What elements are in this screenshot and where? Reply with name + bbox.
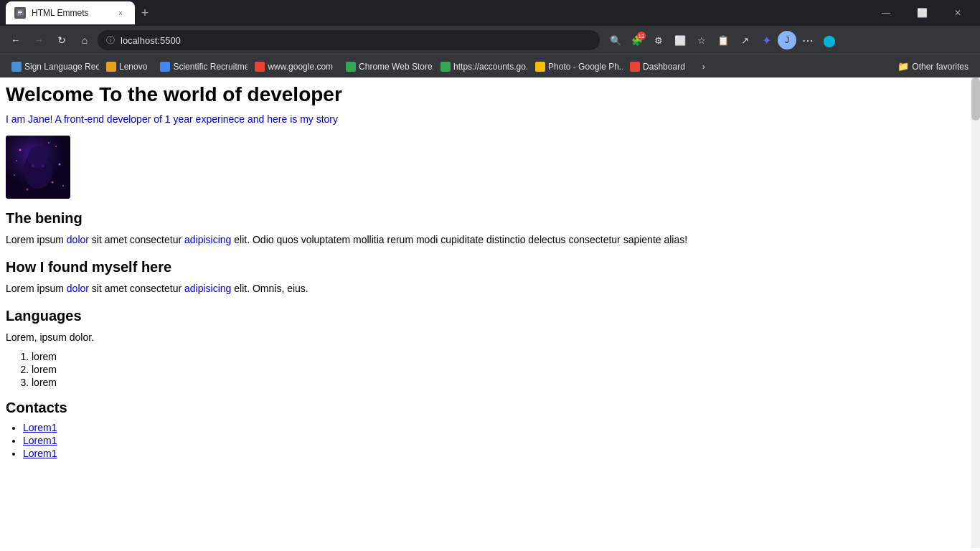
other-favorites-label: Other favorites xyxy=(912,62,969,72)
favorites-icon[interactable]: ☆ xyxy=(692,30,712,50)
list-item: Lorem1 xyxy=(23,435,966,446)
tab-title: HTML Emmets xyxy=(32,8,109,18)
tab-close-button[interactable]: × xyxy=(115,7,126,19)
bookmark-label: Photo - Google Ph... xyxy=(548,62,623,72)
share-icon[interactable]: ↗ xyxy=(735,30,755,50)
bookmarks-more-chevron[interactable]: › xyxy=(694,57,714,77)
section2-link2: adipisicing xyxy=(184,283,231,294)
bookmark-favicon xyxy=(630,62,640,72)
bookmark-chrome-store[interactable]: Chrome Web Store... xyxy=(340,60,433,73)
list-item: lorem xyxy=(32,351,966,362)
section1-link1: dolor xyxy=(67,234,89,245)
section3-intro: Lorem, ipsum dolor. xyxy=(6,330,966,345)
svg-point-17 xyxy=(42,164,44,167)
contact-link[interactable]: Lorem1 xyxy=(23,435,57,446)
bookmark-dashboard[interactable]: Dashboard xyxy=(624,60,691,73)
bookmark-label: Dashboard xyxy=(643,62,685,72)
section1-heading: The bening xyxy=(6,210,966,227)
svg-point-16 xyxy=(32,164,34,167)
contact-link[interactable]: Lorem1 xyxy=(23,448,57,459)
svg-point-7 xyxy=(19,149,22,151)
bookmark-label: Lenovo xyxy=(119,62,147,72)
svg-point-8 xyxy=(55,146,57,147)
profile-avatar[interactable]: J xyxy=(778,31,796,50)
bookmark-photos[interactable]: Photo - Google Ph... xyxy=(529,60,623,73)
section2-heading: How I found myself here xyxy=(6,259,966,276)
bookmark-favicon xyxy=(346,62,356,72)
section2-link1: dolor xyxy=(67,283,89,294)
split-screen-icon[interactable]: ⬜ xyxy=(670,30,690,50)
collections-icon[interactable]: 📋 xyxy=(713,30,733,50)
active-tab[interactable]: HTML Emmets × xyxy=(6,1,135,24)
tab-favicon xyxy=(14,7,26,19)
svg-point-13 xyxy=(48,142,50,143)
bookmark-favicon xyxy=(255,62,265,72)
list-item: lorem xyxy=(32,377,966,388)
svg-point-9 xyxy=(59,164,61,166)
bookmark-favicon xyxy=(106,62,116,72)
back-button[interactable]: ← xyxy=(6,30,26,50)
bookmark-favicon xyxy=(440,62,451,72)
extensions-manage-icon[interactable]: ⚙ xyxy=(649,30,669,50)
bookmark-favicon xyxy=(535,62,545,72)
security-icon: ⓘ xyxy=(106,34,115,47)
extension-badge: 12 xyxy=(637,32,646,40)
bookmarks-bar: Sign Language Rec... Lenovo Scientific R… xyxy=(0,55,980,77)
extensions-icon[interactable]: 🧩 12 xyxy=(627,30,647,50)
browser-window: HTML Emmets × + — ⬜ ✕ ← → ↻ ⌂ ⓘ localhos… xyxy=(0,0,980,548)
bookmark-label: www.google.com xyxy=(268,62,333,72)
list-item: Lorem1 xyxy=(23,422,966,433)
bookmark-favicon xyxy=(160,62,170,72)
page-content: Welcome To the world of developer I am J… xyxy=(0,77,971,548)
svg-point-10 xyxy=(14,174,15,176)
nav-icons: 🔍 🧩 12 ⚙ ⬜ ☆ 📋 ↗ ✦ J ⋯ ⬤ xyxy=(606,30,839,50)
list-item: lorem xyxy=(32,364,966,375)
svg-rect-2 xyxy=(18,12,22,13)
address-text: localhost:5500 xyxy=(121,35,181,46)
bookmark-label: Chrome Web Store... xyxy=(359,62,433,72)
section2-text: Lorem ipsum dolor sit amet consectetur a… xyxy=(6,281,966,296)
section4-heading: Contacts xyxy=(6,400,966,416)
browser-content: Welcome To the world of developer I am J… xyxy=(0,77,980,548)
scrollbar[interactable] xyxy=(971,77,980,548)
list-item: Lorem1 xyxy=(23,448,966,459)
home-button[interactable]: ⌂ xyxy=(75,30,95,50)
bookmark-lenovo[interactable]: Lenovo xyxy=(100,60,153,73)
scrollbar-thumb[interactable] xyxy=(971,77,980,121)
profile-image xyxy=(6,136,70,199)
bookmark-favicon xyxy=(11,62,22,72)
bookmark-scientific[interactable]: Scientific Recruitme... xyxy=(154,60,248,73)
other-favorites-button[interactable]: 📁 Other favorites xyxy=(892,60,974,73)
edge-icon[interactable]: ⬤ xyxy=(819,30,839,50)
svg-point-11 xyxy=(62,185,64,187)
navigation-bar: ← → ↻ ⌂ ⓘ localhost:5500 🔍 🧩 12 ⚙ ⬜ ☆ 📋 … xyxy=(0,26,980,55)
more-options-button[interactable]: ⋯ xyxy=(798,30,818,50)
svg-rect-3 xyxy=(18,14,21,14)
copilot-icon[interactable]: ✦ xyxy=(756,30,776,50)
bookmark-sign-language[interactable]: Sign Language Rec... xyxy=(6,60,99,73)
bing-search-icon[interactable]: 🔍 xyxy=(606,30,626,50)
close-button[interactable]: ✕ xyxy=(941,0,974,26)
bookmark-accounts[interactable]: https://accounts.go... xyxy=(435,60,528,73)
contact-link[interactable]: Lorem1 xyxy=(23,422,57,433)
maximize-button[interactable]: ⬜ xyxy=(905,0,938,26)
window-controls: — ⬜ ✕ xyxy=(870,0,974,26)
address-bar[interactable]: ⓘ localhost:5500 xyxy=(98,30,600,50)
refresh-button[interactable]: ↻ xyxy=(52,30,72,50)
bookmark-google[interactable]: www.google.com xyxy=(249,60,339,73)
section3-heading: Languages xyxy=(6,308,966,324)
section1-text: Lorem ipsum dolor sit amet consectetur a… xyxy=(6,232,966,248)
minimize-button[interactable]: — xyxy=(870,0,903,26)
svg-point-15 xyxy=(52,182,54,184)
bookmark-label: Sign Language Rec... xyxy=(24,62,99,72)
section1-link2: adipisicing xyxy=(184,234,231,245)
new-tab-button[interactable]: + xyxy=(135,3,155,23)
forward-button: → xyxy=(29,30,49,50)
svg-point-14 xyxy=(16,160,17,161)
svg-rect-1 xyxy=(18,11,22,11)
languages-list: lorem lorem lorem xyxy=(32,351,966,388)
svg-point-12 xyxy=(27,189,29,191)
title-bar: HTML Emmets × + — ⬜ ✕ xyxy=(0,0,980,26)
bookmark-label: Scientific Recruitme... xyxy=(173,62,248,72)
contacts-list: Lorem1 Lorem1 Lorem1 xyxy=(23,422,966,459)
